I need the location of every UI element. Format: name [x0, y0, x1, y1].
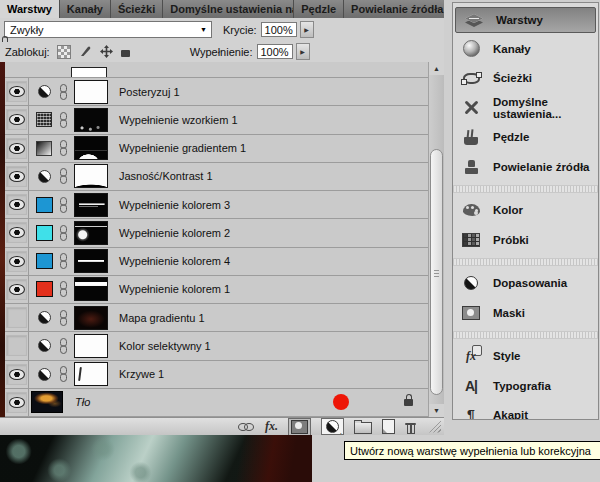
layer-row-krzywe-1[interactable]: Krzywe 1	[5, 361, 428, 389]
layer-mask-thumbnail[interactable]	[74, 108, 108, 132]
scroll-up-button[interactable]: ▲	[429, 62, 444, 75]
layer-name[interactable]: Wypełnienie kolorem 2	[119, 227, 230, 239]
layer-name[interactable]: Tło	[75, 396, 90, 408]
dock-item-dopasowania[interactable]: Dopasowania	[453, 269, 598, 299]
layer-name[interactable]: Posteryzuj 1	[119, 86, 180, 98]
layer-name[interactable]: Wypełnienie kolorem 4	[119, 255, 230, 267]
dock-item-powielanie-źródła[interactable]: Powielanie źródła	[453, 152, 598, 182]
scrollbar[interactable]: ▲ ▼	[428, 62, 444, 417]
blend-mode-select[interactable]: Zwykły ▼	[4, 21, 212, 38]
layer-visibility-toggle[interactable]	[5, 135, 29, 162]
fill-stepper-button[interactable]: ▶	[296, 43, 310, 60]
dock-item-warstwy[interactable]: Warstwy	[455, 7, 596, 33]
layer-row-wypełnienie-kolorem-4[interactable]: Wypełnienie kolorem 4	[5, 248, 428, 276]
lock-paint-brush-icon[interactable]	[79, 45, 92, 58]
delete-layer-button[interactable]	[405, 420, 417, 434]
link-layers-button[interactable]	[238, 422, 255, 431]
lock-all-icon[interactable]	[121, 50, 130, 57]
tab-warstwy[interactable]: Warstwy	[0, 0, 60, 18]
gradient-icon[interactable]	[29, 141, 59, 156]
dock-item-pędzle[interactable]: Pędzle	[453, 123, 598, 153]
layer-row-wypełnienie-kolorem-2[interactable]: Wypełnienie kolorem 2	[5, 219, 428, 247]
layer-mask-thumbnail[interactable]	[74, 80, 108, 104]
layer-visibility-toggle[interactable]	[5, 332, 29, 359]
layer-visibility-toggle[interactable]	[5, 191, 29, 218]
tab-kanały[interactable]: Kanały	[60, 0, 111, 18]
layer-row-posteryzuj-1[interactable]: Posteryzuj 1	[5, 78, 428, 106]
new-layer-button[interactable]	[382, 419, 395, 434]
layer-visibility-toggle[interactable]	[5, 248, 29, 275]
layer-mask-thumbnail[interactable]	[74, 193, 108, 217]
layer-row-kolor-selektywny-1[interactable]: Kolor selektywny 1	[5, 332, 428, 360]
layer-mask-thumbnail[interactable]	[74, 306, 108, 330]
pattern-icon[interactable]	[29, 112, 59, 127]
layer-mask-thumbnail[interactable]	[74, 277, 108, 301]
color-swatch-icon[interactable]	[29, 197, 59, 213]
dock-item-akapit[interactable]: ¶Akapit	[453, 401, 598, 421]
adjustment-icon[interactable]	[29, 170, 59, 183]
scroll-down-button[interactable]: ▼	[429, 404, 444, 417]
layer-name[interactable]: Wypełnienie kolorem 1	[119, 283, 230, 295]
layer-row-mapa-gradientu-1[interactable]: Mapa gradientu 1	[5, 304, 428, 332]
layer-visibility-toggle[interactable]	[5, 219, 29, 246]
dock-item-kanały[interactable]: Kanały	[453, 34, 598, 64]
layer-mask-thumbnail[interactable]	[74, 221, 108, 245]
new-group-button[interactable]	[354, 419, 372, 434]
adjustment-icon[interactable]	[29, 311, 59, 324]
tab-domyślne-ustawienia-narzęd[interactable]: Domyślne ustawienia narzęd	[163, 0, 294, 18]
tab-ścieżki[interactable]: Ścieżki	[111, 0, 163, 18]
tab-powielanie-źródła[interactable]: Powielanie źródła	[344, 0, 444, 18]
layer-row-wypełnienie-wzorkiem-1[interactable]: Wypełnienie wzorkiem 1	[5, 106, 428, 134]
layer-name[interactable]: Wypełnienie gradientem 1	[119, 142, 246, 154]
scrollbar-track[interactable]	[429, 75, 444, 404]
panel-resize-grip[interactable]	[429, 421, 441, 433]
layer-mask-thumbnail[interactable]	[74, 362, 108, 386]
layer-mask-thumbnail[interactable]	[74, 249, 108, 273]
adjustment-icon[interactable]	[29, 368, 59, 381]
layer-mask-thumbnail[interactable]	[74, 334, 108, 358]
tab-pędzle[interactable]: Pędzle	[294, 0, 344, 18]
fill-input[interactable]: 100%	[257, 44, 293, 59]
color-swatch-icon[interactable]	[29, 281, 59, 297]
adjustment-icon[interactable]	[29, 339, 59, 352]
layer-styles-button[interactable]: fx.	[265, 419, 278, 434]
layer-name[interactable]: Wypełnienie wzorkiem 1	[119, 114, 238, 126]
layer-row-tło[interactable]: Tło	[5, 389, 428, 417]
lock-move-icon[interactable]	[100, 45, 113, 58]
opacity-stepper-button[interactable]: ▶	[300, 21, 314, 38]
layer-visibility-toggle[interactable]	[5, 163, 29, 190]
layer-mask-thumbnail[interactable]	[74, 136, 108, 160]
layer-visibility-toggle[interactable]	[5, 276, 29, 303]
color-swatch-icon[interactable]	[29, 253, 59, 269]
layer-row-wypełnienie-kolorem-1[interactable]: Wypełnienie kolorem 1	[5, 276, 428, 304]
opacity-input[interactable]: 100%	[261, 22, 297, 37]
layer-visibility-toggle[interactable]	[5, 78, 29, 105]
dock-item-maski[interactable]: Maski	[453, 298, 598, 328]
color-swatch-icon[interactable]	[29, 225, 59, 241]
lock-transparency-icon[interactable]	[57, 45, 71, 59]
dock-item-ścieżki[interactable]: Ścieżki	[453, 64, 598, 94]
layer-row-wypełnienie-gradientem-1[interactable]: Wypełnienie gradientem 1	[5, 135, 428, 163]
layer-name[interactable]: Krzywe 1	[119, 368, 164, 380]
dock-item-domyślne-ustawienia[interactable]: Domyślne ustawienia...	[453, 93, 598, 123]
layer-visibility-toggle[interactable]	[5, 361, 29, 388]
dock-item-style[interactable]: fxStyle	[453, 342, 598, 372]
layer-visibility-toggle[interactable]	[5, 304, 29, 331]
layer-mask-thumbnail[interactable]	[74, 164, 108, 188]
layer-row-wypełnienie-kolorem-3[interactable]: Wypełnienie kolorem 3	[5, 191, 428, 219]
dock-item-typografia[interactable]: A|Typografia	[453, 371, 598, 401]
add-layer-mask-button[interactable]	[288, 418, 311, 436]
layer-name[interactable]: Wypełnienie kolorem 3	[119, 199, 230, 211]
layer-thumbnail[interactable]	[31, 391, 63, 413]
adjustment-icon[interactable]	[29, 85, 59, 98]
layer-name[interactable]: Mapa gradientu 1	[119, 312, 205, 324]
dock-item-próbki[interactable]: Próbki	[453, 225, 598, 255]
new-adjustment-layer-button[interactable]: .	[321, 418, 344, 435]
layer-name[interactable]: Kolor selektywny 1	[119, 340, 211, 352]
layer-row-jasność-kontrast-1[interactable]: Jasność/Kontrast 1	[5, 163, 428, 191]
layer-name[interactable]: Jasność/Kontrast 1	[119, 170, 213, 182]
scrollbar-thumb[interactable]	[430, 149, 443, 395]
dock-item-kolor[interactable]: Kolor	[453, 196, 598, 226]
layer-visibility-toggle[interactable]	[5, 389, 29, 416]
layer-row-partial[interactable]	[5, 62, 428, 78]
